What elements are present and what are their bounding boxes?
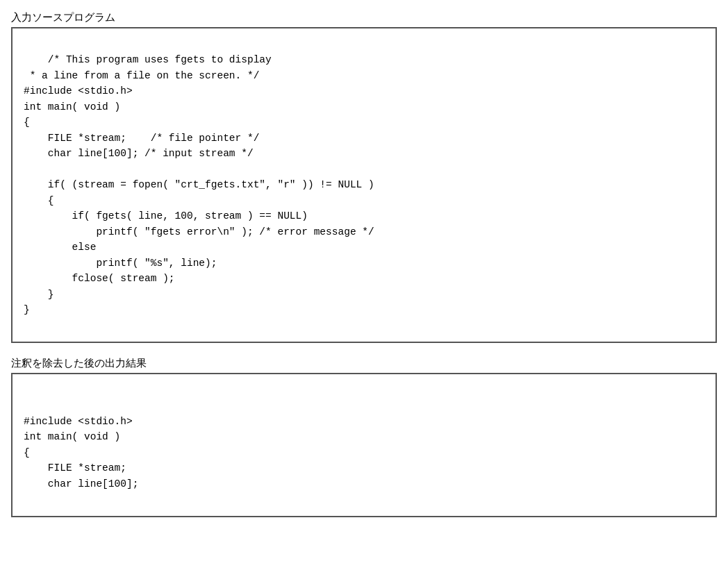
section2-code: #include <stdio.h> int main( void ) { FI…: [24, 416, 138, 489]
section1-codebox: /* This program uses fgets to display * …: [11, 27, 717, 343]
section1-container: 入力ソースプログラム /* This program uses fgets to…: [11, 11, 717, 343]
section2-container: 注釈を除去した後の出力結果 #include <stdio.h> int mai…: [11, 357, 717, 517]
section1-code: /* This program uses fgets to display * …: [24, 54, 374, 315]
section2-label: 注釈を除去した後の出力結果: [11, 357, 717, 370]
section1-label: 入力ソースプログラム: [11, 11, 717, 24]
section2-codebox: #include <stdio.h> int main( void ) { FI…: [11, 373, 717, 517]
